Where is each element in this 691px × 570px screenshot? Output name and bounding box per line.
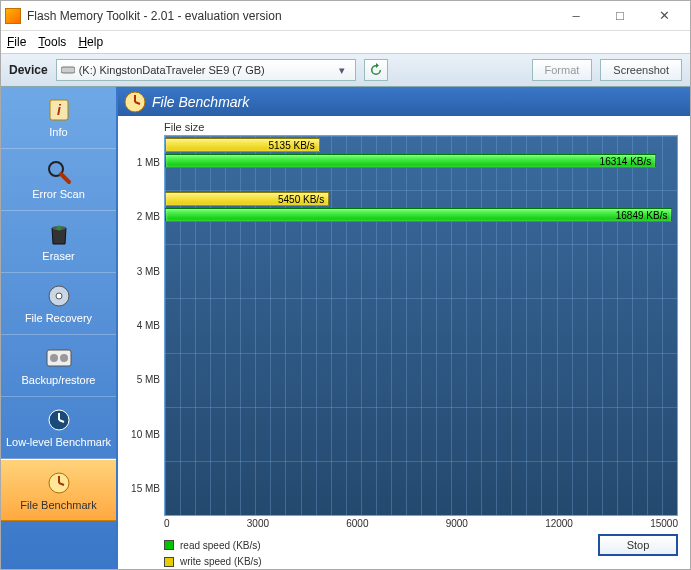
trash-icon <box>46 221 72 247</box>
refresh-icon <box>369 63 383 77</box>
sidebar-item-label: File Recovery <box>25 312 92 324</box>
sidebar-item-label: Backup/restore <box>22 374 96 386</box>
menu-bar: File Tools Help <box>1 31 690 53</box>
clock-icon <box>46 470 72 496</box>
y-tick: 10 MB <box>124 407 160 461</box>
x-tick: 12000 <box>545 518 573 532</box>
legend-read-label: read speed (KB/s) <box>180 540 261 551</box>
x-tick: 15000 <box>650 518 678 532</box>
y-tick: 1 MB <box>124 135 160 189</box>
sidebar-item-file-recovery[interactable]: File Recovery <box>1 273 116 335</box>
chart-title: File size <box>164 121 678 133</box>
bar-write: 5450 KB/s <box>165 192 329 206</box>
refresh-button[interactable] <box>364 59 388 81</box>
svg-line-4 <box>61 174 69 182</box>
stop-button[interactable]: Stop <box>598 534 678 556</box>
y-tick: 4 MB <box>124 298 160 352</box>
chevron-down-icon: ▾ <box>333 61 351 79</box>
workspace: i Info Error Scan Eraser File Recovery <box>1 87 690 570</box>
close-button[interactable]: ✕ <box>642 2 686 30</box>
screenshot-button[interactable]: Screenshot <box>600 59 682 81</box>
panel-title: File Benchmark <box>152 94 249 110</box>
svg-point-6 <box>56 226 61 231</box>
bar-write: 5135 KB/s <box>165 138 320 152</box>
window-title: Flash Memory Toolkit - 2.01 - evaluation… <box>27 9 554 23</box>
menu-help[interactable]: Help <box>78 35 103 49</box>
svg-point-11 <box>60 354 68 362</box>
x-tick: 3000 <box>247 518 269 532</box>
info-icon: i <box>46 97 72 123</box>
y-tick: 2 MB <box>124 189 160 243</box>
sidebar-item-backup-restore[interactable]: Backup/restore <box>1 335 116 397</box>
main-panel: File Benchmark File size 1 MB2 MB3 MB4 M… <box>116 87 690 570</box>
device-select[interactable]: (K:) KingstonDataTraveler SE9 (7 GB) ▾ <box>56 59 356 81</box>
y-tick: 5 MB <box>124 353 160 407</box>
x-tick: 0 <box>164 518 170 532</box>
menu-tools[interactable]: Tools <box>38 35 66 49</box>
disc-icon <box>46 283 72 309</box>
sidebar-item-low-level-benchmark[interactable]: Low-level Benchmark <box>1 397 116 459</box>
drive-icon <box>61 65 75 75</box>
format-button[interactable]: Format <box>532 59 593 81</box>
sidebar-item-file-benchmark[interactable]: File Benchmark <box>1 459 116 521</box>
panel-header: File Benchmark <box>118 87 690 117</box>
sidebar-item-info[interactable]: i Info <box>1 87 116 149</box>
y-axis: 1 MB2 MB3 MB4 MB5 MB10 MB15 MB <box>124 135 164 516</box>
svg-rect-0 <box>61 67 75 73</box>
menu-file[interactable]: File <box>7 35 26 49</box>
legend-write-label: write speed (KB/s) <box>180 556 262 567</box>
minimize-button[interactable]: – <box>554 2 598 30</box>
sidebar-item-label: Info <box>49 126 67 138</box>
x-tick: 9000 <box>446 518 468 532</box>
sidebar-item-eraser[interactable]: Eraser <box>1 211 116 273</box>
magnifier-icon <box>46 159 72 185</box>
legend-write: write speed (KB/s) <box>164 554 678 569</box>
title-bar: Flash Memory Toolkit - 2.01 - evaluation… <box>1 1 690 31</box>
app-icon <box>5 8 21 24</box>
chart-area: 1 MB2 MB3 MB4 MB5 MB10 MB15 MB 5135 KB/s… <box>124 135 678 516</box>
svg-point-8 <box>56 293 62 299</box>
sidebar-item-label: Low-level Benchmark <box>6 436 111 448</box>
sidebar-item-label: Error Scan <box>32 188 85 200</box>
svg-point-10 <box>50 354 58 362</box>
tape-icon <box>46 345 72 371</box>
toolbar: Device (K:) KingstonDataTraveler SE9 (7 … <box>1 53 690 87</box>
x-tick: 6000 <box>346 518 368 532</box>
legend-swatch-write <box>164 557 174 567</box>
bar-read: 16314 KB/s <box>165 154 656 168</box>
plot-area: 5135 KB/s16314 KB/s5450 KB/s16849 KB/s <box>164 135 678 516</box>
clock-icon <box>46 407 72 433</box>
sidebar-item-label: Eraser <box>42 250 74 262</box>
sidebar: i Info Error Scan Eraser File Recovery <box>1 87 116 570</box>
device-label: Device <box>9 63 48 77</box>
clock-icon <box>124 91 146 113</box>
sidebar-item-label: File Benchmark <box>20 499 96 511</box>
maximize-button[interactable]: □ <box>598 2 642 30</box>
legend-swatch-read <box>164 540 174 550</box>
chart: File size 1 MB2 MB3 MB4 MB5 MB10 MB15 MB… <box>118 117 690 570</box>
device-value: (K:) KingstonDataTraveler SE9 (7 GB) <box>79 64 265 76</box>
x-axis: 03000600090001200015000 <box>164 516 678 532</box>
y-tick: 3 MB <box>124 244 160 298</box>
y-tick: 15 MB <box>124 462 160 516</box>
sidebar-item-error-scan[interactable]: Error Scan <box>1 149 116 211</box>
bar-read: 16849 KB/s <box>165 208 672 222</box>
